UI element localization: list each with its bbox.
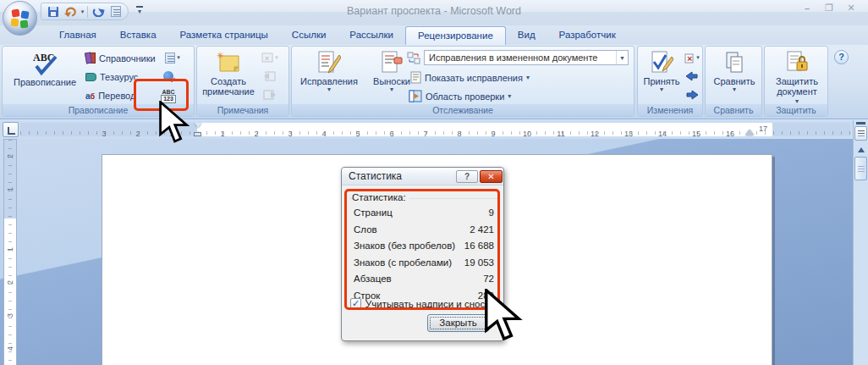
ruler-margin-numbers: 321	[87, 124, 189, 136]
help-icon[interactable]: ?	[834, 50, 849, 64]
balloons-icon	[380, 49, 404, 76]
scrollbar-thumb[interactable]	[854, 157, 867, 180]
tab-view[interactable]: Вид	[506, 26, 547, 45]
statistics-dialog: Статистика ? ✕ Статистика: Страниц 9 Сло…	[341, 167, 504, 341]
tab-stop-selector[interactable]	[3, 122, 19, 137]
accept-button[interactable]: Принять	[640, 49, 684, 92]
horizontal-ruler: 321 12345678910111213141516 17	[20, 123, 850, 136]
group-caption-protect: Защитить	[765, 104, 827, 116]
new-comment-button[interactable]: ✳ Создать примечание	[201, 49, 256, 97]
translate-icon: аб	[85, 91, 95, 101]
new-comment-icon: ✳	[216, 49, 241, 76]
translation-screentip-button[interactable]: ▾	[160, 49, 185, 66]
spelling-button[interactable]: ABC Правописание	[8, 50, 82, 87]
stat-value: 16 688	[464, 241, 494, 257]
research-icon	[85, 53, 96, 64]
minimize-icon[interactable]: –	[799, 2, 816, 14]
ribbon: ABC Правописание Справочники Тезаурус аб…	[0, 45, 868, 119]
tab-developer[interactable]: Разработчик	[547, 26, 628, 45]
ruler-row: 321 12345678910111213141516 17	[0, 120, 868, 139]
compare-icon	[724, 49, 744, 76]
set-language-button[interactable]	[158, 68, 179, 85]
tab-page-layout[interactable]: Разметка страницы	[168, 26, 280, 45]
compare-button[interactable]: Сравнить	[709, 49, 760, 92]
checkbox-checked-icon[interactable]: ✓	[350, 298, 361, 309]
translate-button[interactable]: аб Перевод	[85, 87, 135, 103]
previous-change-icon	[685, 70, 699, 82]
track-changes-icon	[317, 49, 341, 76]
close-icon[interactable]: ✕	[843, 2, 860, 14]
display-for-review-combo[interactable]: Исправления в измененном документе ▼	[424, 50, 629, 65]
title-bar: ▾ Вариант проспекта - Microsoft Word – ❐…	[0, 0, 868, 25]
stat-value: 72	[483, 274, 494, 290]
split-handle-icon[interactable]	[856, 122, 865, 124]
tab-references[interactable]: Ссылки	[280, 26, 338, 45]
checkbox-label[interactable]: Учитывать надписи и сноски	[365, 299, 495, 309]
next-comment-icon	[263, 89, 277, 101]
track-changes-button[interactable]: Исправления	[295, 49, 363, 92]
vertical-ruler: 21 1234	[3, 139, 17, 365]
tab-review[interactable]: Рецензирование	[405, 26, 506, 45]
previous-comment-button[interactable]	[260, 68, 280, 85]
group-caption-comments: Примечания	[197, 104, 288, 116]
next-change-button[interactable]	[682, 86, 702, 103]
dialog-help-icon[interactable]: ?	[456, 170, 478, 183]
protect-document-icon	[784, 49, 810, 76]
left-indent-marker[interactable]	[194, 132, 201, 136]
word-window: ▾ Вариант проспекта - Microsoft Word – ❐…	[0, 0, 868, 365]
stat-row: Абзацев 72	[354, 274, 494, 290]
group-caption-compare: Сравнить	[706, 104, 761, 116]
stat-value: 9	[489, 207, 494, 224]
spelling-icon: ABC	[30, 50, 59, 77]
previous-change-button[interactable]	[682, 68, 702, 85]
right-indent-marker[interactable]	[745, 130, 754, 135]
statistics-rows: Страниц 9 Слов 2 421 Знаков (без пробело…	[354, 207, 494, 307]
next-change-icon	[685, 89, 699, 101]
vruler-margin-numbers: 21	[4, 140, 16, 206]
stat-label: Знаков (без пробелов)	[354, 241, 455, 257]
next-comment-button[interactable]	[260, 86, 280, 103]
thesaurus-button[interactable]: Тезаурус	[85, 69, 138, 85]
maximize-icon[interactable]: ❐	[821, 2, 838, 14]
reviewing-pane-button[interactable]: Область проверки	[409, 88, 511, 104]
stat-row: Слов 2 421	[354, 224, 494, 241]
stat-label: Знаков (с пробелами)	[354, 257, 452, 274]
protect-document-button[interactable]: Защитить документ	[767, 49, 827, 107]
combo-arrow-icon[interactable]: ▼	[616, 51, 628, 64]
research-button[interactable]: Справочники	[85, 50, 156, 66]
tab-home[interactable]: Главная	[47, 26, 108, 45]
ruler-toggle-icon[interactable]	[854, 126, 867, 141]
set-language-icon	[163, 71, 173, 81]
vertical-scrollbar[interactable]	[853, 120, 868, 365]
stat-value: 2 421	[470, 224, 494, 241]
show-markup-icon	[410, 71, 421, 84]
first-line-indent-marker[interactable]	[195, 123, 201, 128]
scroll-up-icon[interactable]	[854, 143, 867, 156]
tab-mailings[interactable]: Рассылки	[338, 26, 405, 45]
group-changes: Принять × ▾ Изменения	[637, 46, 703, 117]
window-title: Вариант проспекта - Microsoft Word	[0, 5, 868, 17]
ribbon-tabs: Главная Вставка Разметка страницы Ссылки…	[0, 25, 868, 45]
tab-insert[interactable]: Вставка	[108, 26, 168, 45]
show-markup-button[interactable]: Показать исправления	[410, 69, 530, 86]
include-textboxes-checkrow: ✓ Учитывать надписи и сноски	[350, 298, 495, 309]
word-count-button[interactable]: ABC123	[158, 86, 179, 106]
delete-comment-button[interactable]: × ▾	[260, 49, 280, 66]
group-caption-proofing: Правописание	[3, 104, 194, 116]
group-protect: Защитить документ Защитить	[764, 46, 828, 117]
office-logo-icon	[11, 8, 19, 17]
thesaurus-icon	[85, 73, 96, 81]
reject-change-icon: ×	[684, 53, 696, 64]
group-tracking: Исправления Выноски Исправления в измене…	[291, 46, 635, 117]
office-button[interactable]	[3, 1, 37, 36]
display-for-review-icon	[407, 52, 420, 68]
close-dialog-button[interactable]: Закрыть	[427, 314, 489, 332]
stat-row: Знаков (с пробелами) 19 053	[354, 257, 494, 274]
translation-screentip-icon	[165, 53, 175, 64]
reject-change-button[interactable]: × ▾	[682, 49, 702, 66]
stat-label: Абзацев	[354, 274, 392, 290]
stat-label: Страниц	[354, 207, 393, 224]
group-caption-tracking: Отслеживание	[292, 104, 634, 116]
dialog-close-icon[interactable]: ✕	[480, 170, 503, 183]
group-compare: Сравнить Сравнить	[705, 46, 762, 117]
